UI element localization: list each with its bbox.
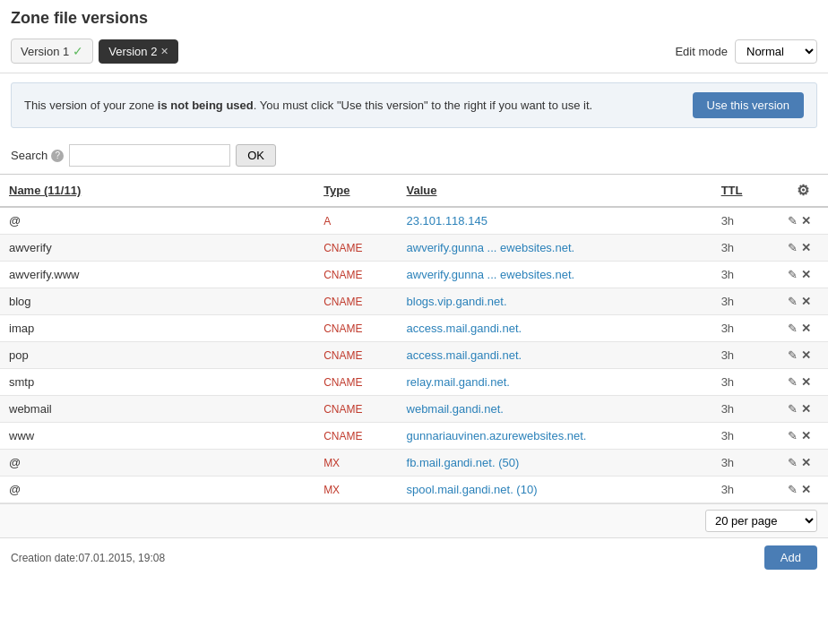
table-header-row: Name (11/11) Type Value TTL ⚙ xyxy=(0,175,828,207)
record-actions: ✎✕ xyxy=(779,423,828,450)
version-tab-1-check: ✓ xyxy=(73,44,83,58)
table-row: awverify.wwwCNAMEawverify.gunna ... eweb… xyxy=(0,262,828,288)
record-actions: ✎✕ xyxy=(779,477,828,503)
edit-record-icon[interactable]: ✎ xyxy=(788,295,798,308)
record-type: CNAME xyxy=(315,262,397,288)
add-button[interactable]: Add xyxy=(764,545,817,570)
record-value: webmail.gandi.net. xyxy=(398,396,712,423)
table-row: @MXfb.mail.gandi.net. (50)3h✎✕ xyxy=(0,450,828,477)
search-bar: Search ? OK xyxy=(0,137,828,174)
record-type: CNAME xyxy=(315,369,397,396)
col-header-gear[interactable]: ⚙ xyxy=(779,175,828,207)
version-tab-1[interactable]: Version 1 ✓ xyxy=(11,39,93,64)
delete-record-icon[interactable]: ✕ xyxy=(801,241,811,254)
record-name: awverify.www xyxy=(0,262,315,288)
record-ttl: 3h xyxy=(712,477,779,503)
record-value: spool.mail.gandi.net. (10) xyxy=(398,477,712,503)
record-name: smtp xyxy=(0,369,315,396)
edit-record-icon[interactable]: ✎ xyxy=(788,348,798,362)
record-value: fb.mail.gandi.net. (50) xyxy=(398,450,712,477)
record-ttl: 3h xyxy=(712,207,779,235)
record-ttl: 3h xyxy=(712,288,779,315)
alert-banner: This version of your zone is not being u… xyxy=(11,82,817,128)
use-this-version-button[interactable]: Use this version xyxy=(693,92,804,118)
record-value: awverify.gunna ... ewebsites.net. xyxy=(398,262,712,288)
delete-record-icon[interactable]: ✕ xyxy=(801,429,811,442)
table-body: @A23.101.118.1453h✎✕awverifyCNAMEawverif… xyxy=(0,207,828,503)
delete-record-icon[interactable]: ✕ xyxy=(801,456,811,469)
record-actions: ✎✕ xyxy=(779,369,828,396)
edit-record-icon[interactable]: ✎ xyxy=(788,402,798,416)
alert-text: This version of your zone is not being u… xyxy=(24,99,678,112)
per-page-select[interactable]: 20 per page 50 per page 100 per page xyxy=(705,510,817,532)
record-ttl: 3h xyxy=(712,396,779,423)
search-help-icon[interactable]: ? xyxy=(51,150,64,162)
record-ttl: 3h xyxy=(712,423,779,450)
record-name: @ xyxy=(0,450,315,477)
table-row: smtpCNAMErelay.mail.gandi.net.3h✎✕ xyxy=(0,369,828,396)
version-bar: Version 1 ✓ Version 2 ✕ Edit mode Normal… xyxy=(0,33,828,73)
record-actions: ✎✕ xyxy=(779,235,828,262)
edit-record-icon[interactable]: ✎ xyxy=(788,483,798,496)
table-row: @A23.101.118.1453h✎✕ xyxy=(0,207,828,235)
delete-record-icon[interactable]: ✕ xyxy=(801,322,811,335)
table-row: blogCNAMEblogs.vip.gandi.net.3h✎✕ xyxy=(0,288,828,315)
edit-record-icon[interactable]: ✎ xyxy=(788,241,798,254)
record-ttl: 3h xyxy=(712,235,779,262)
col-header-type: Type xyxy=(315,175,397,207)
record-type: CNAME xyxy=(315,423,397,450)
col-header-value: Value xyxy=(398,175,712,207)
edit-record-icon[interactable]: ✎ xyxy=(788,375,798,389)
record-value: gunnariauvinen.azurewebsites.net. xyxy=(398,423,712,450)
edit-record-icon[interactable]: ✎ xyxy=(788,456,798,469)
edit-record-icon[interactable]: ✎ xyxy=(788,322,798,335)
delete-record-icon[interactable]: ✕ xyxy=(801,295,811,308)
pagination-bar: 20 per page 50 per page 100 per page xyxy=(0,503,828,537)
search-input[interactable] xyxy=(69,144,230,167)
record-value: awverify.gunna ... ewebsites.net. xyxy=(398,235,712,262)
record-value: blogs.vip.gandi.net. xyxy=(398,288,712,315)
edit-mode-label: Edit mode xyxy=(675,45,728,58)
version-tab-1-label: Version 1 xyxy=(21,45,69,58)
table-row: imapCNAMEaccess.mail.gandi.net.3h✎✕ xyxy=(0,315,828,342)
record-type: MX xyxy=(315,450,397,477)
record-value: 23.101.118.145 xyxy=(398,207,712,235)
record-name: pop xyxy=(0,342,315,369)
version-tab-2-close[interactable]: ✕ xyxy=(160,46,168,57)
record-ttl: 3h xyxy=(712,342,779,369)
delete-record-icon[interactable]: ✕ xyxy=(801,375,811,389)
edit-record-icon[interactable]: ✎ xyxy=(788,429,798,442)
record-type: CNAME xyxy=(315,235,397,262)
record-type: CNAME xyxy=(315,288,397,315)
record-name: blog xyxy=(0,288,315,315)
record-type: A xyxy=(315,207,397,235)
search-ok-button[interactable]: OK xyxy=(236,144,276,167)
creation-date: Creation date:07.01.2015, 19:08 xyxy=(11,552,165,564)
edit-record-icon[interactable]: ✎ xyxy=(788,268,798,281)
edit-record-icon[interactable]: ✎ xyxy=(788,214,798,228)
record-actions: ✎✕ xyxy=(779,450,828,477)
edit-mode-select[interactable]: Normal Expert xyxy=(735,39,817,64)
record-actions: ✎✕ xyxy=(779,396,828,423)
record-name: www xyxy=(0,423,315,450)
version-tab-2-label: Version 2 xyxy=(108,45,157,58)
record-actions: ✎✕ xyxy=(779,262,828,288)
record-name: @ xyxy=(0,207,315,235)
delete-record-icon[interactable]: ✕ xyxy=(801,402,811,416)
delete-record-icon[interactable]: ✕ xyxy=(801,214,811,228)
records-table-container: Name (11/11) Type Value TTL ⚙ @A23.101.1… xyxy=(0,174,828,503)
record-ttl: 3h xyxy=(712,450,779,477)
records-table: Name (11/11) Type Value TTL ⚙ @A23.101.1… xyxy=(0,175,828,503)
record-actions: ✎✕ xyxy=(779,207,828,235)
delete-record-icon[interactable]: ✕ xyxy=(801,483,811,496)
record-ttl: 3h xyxy=(712,262,779,288)
record-name: @ xyxy=(0,477,315,503)
delete-record-icon[interactable]: ✕ xyxy=(801,348,811,362)
edit-mode-section: Edit mode Normal Expert xyxy=(675,39,817,64)
record-type: MX xyxy=(315,477,397,503)
record-type: CNAME xyxy=(315,315,397,342)
delete-record-icon[interactable]: ✕ xyxy=(801,268,811,281)
table-row: webmailCNAMEwebmail.gandi.net.3h✎✕ xyxy=(0,396,828,423)
version-tab-2[interactable]: Version 2 ✕ xyxy=(99,39,178,64)
record-type: CNAME xyxy=(315,342,397,369)
